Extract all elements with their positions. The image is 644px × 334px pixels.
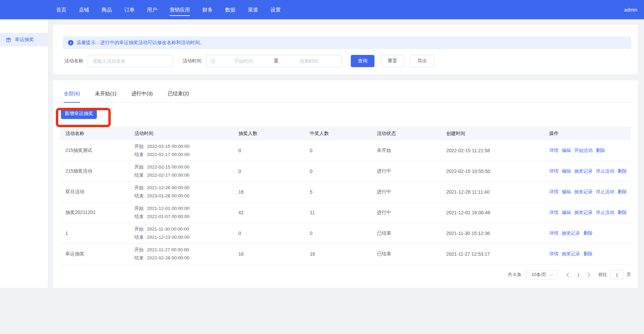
start-prefix: 开始	[134, 144, 144, 149]
col-activity-status: 活动状态	[377, 131, 446, 137]
cell-actions: 详情编辑开始活动删除	[549, 148, 631, 154]
action-link-stop-activity[interactable]: 停止活动	[596, 210, 614, 216]
nav-item-channel[interactable]: 渠道	[248, 0, 258, 19]
gift-icon	[6, 37, 11, 42]
export-button[interactable]: 导出	[410, 55, 434, 67]
action-link-delete[interactable]: 删除	[618, 168, 627, 174]
action-link-draw-records[interactable]: 抽奖记录	[562, 251, 580, 257]
cell-activity-time: 开始2021-12-28 00:00:00结束2023-01-28 00:00:…	[134, 184, 238, 200]
prev-page-button[interactable]	[563, 270, 573, 279]
action-link-edit[interactable]: 编辑	[562, 148, 571, 154]
table-row: 215抽奖活动开始2022-02-15 00:00:00结束2022-02-17…	[60, 161, 631, 182]
nav-item-order[interactable]: 订单	[124, 0, 134, 19]
page-number-1[interactable]: 1	[573, 272, 583, 277]
cell-draw-count: 16	[238, 251, 310, 257]
reset-button[interactable]: 重置	[381, 55, 404, 67]
end-prefix: 结束	[134, 193, 144, 198]
activity-end-time: 结束2022-02-28 00:00:00	[134, 254, 238, 262]
page-size-value: 10条/页	[531, 272, 546, 278]
end-time-input[interactable]	[281, 58, 337, 64]
cell-activity-time: 开始2022-02-15 00:00:00结束2022-02-17 00:00:…	[134, 163, 238, 179]
nav-item-marketing[interactable]: 营销应用	[170, 0, 190, 19]
cell-win-count: 0	[310, 148, 377, 153]
top-navbar: 首页店铺商品订单用户营销应用财务数据渠道设置 admin	[0, 0, 644, 19]
tab-ended[interactable]: 已结束(2)	[168, 91, 189, 102]
action-link-delete[interactable]: 删除	[618, 189, 627, 195]
info-icon: i	[68, 40, 73, 45]
action-link-detail[interactable]: 详情	[549, 168, 558, 174]
nav-item-home[interactable]: 首页	[56, 0, 66, 19]
end-time-value: 2022-02-17 00:00:00	[147, 152, 189, 157]
action-link-draw-records[interactable]: 抽奖记录	[574, 189, 593, 195]
action-link-draw-records[interactable]: 抽奖记录	[562, 230, 580, 236]
action-link-edit[interactable]: 编辑	[562, 189, 571, 195]
sidebar-item-lucky-draw[interactable]: 幸运抽奖	[0, 33, 48, 46]
activity-start-time: 开始2021-11-30 00:00:00	[134, 225, 238, 233]
tab-not-started[interactable]: 未开始(1)	[95, 91, 116, 102]
alert-text: 温馨提示：进行中的幸运抽奖活动可以修改名称和活动时间。	[77, 40, 205, 46]
action-link-start-activity[interactable]: 开始活动	[574, 148, 593, 154]
cell-activity-status: 进行中	[377, 189, 446, 195]
table-row: 抽奖20211201开始2021-12-01 00:00:00结束2022-01…	[60, 202, 631, 223]
table-header-row: 活动名称 活动时间 抽奖人数 中奖人数 活动状态 创建时间 操作	[60, 126, 631, 140]
action-link-delete[interactable]: 删除	[583, 251, 593, 257]
next-page-button[interactable]	[583, 270, 594, 279]
action-link-delete[interactable]: 删除	[618, 210, 627, 216]
search-button[interactable]: 查询	[351, 55, 374, 67]
cell-draw-count: 0	[238, 169, 310, 174]
end-time-value: 2022-02-28 00:00:00	[147, 255, 189, 260]
action-link-detail[interactable]: 详情	[549, 230, 558, 236]
action-link-edit[interactable]: 编辑	[562, 168, 571, 174]
activity-time-label: 活动时间	[183, 58, 201, 64]
end-prefix: 结束	[134, 173, 144, 178]
nav-item-settings[interactable]: 设置	[271, 0, 281, 19]
nav-item-user[interactable]: 用户	[147, 0, 157, 19]
cell-activity-status: 已结束	[377, 230, 446, 236]
cell-activity-status: 未开始	[377, 148, 446, 154]
activity-name-input[interactable]	[88, 55, 173, 67]
page-size-select[interactable]: 10条/页	[526, 270, 558, 279]
range-separator: 至	[272, 58, 281, 64]
cell-activity-status: 已结束	[377, 251, 446, 257]
table-row: 1开始2021-11-30 00:00:00结束2021-12-23 00:00…	[60, 223, 631, 244]
date-range-picker[interactable]: 至	[206, 55, 342, 67]
table-body: 215抽奖测试开始2022-02-15 00:00:00结束2022-02-17…	[60, 140, 631, 264]
start-prefix: 开始	[134, 227, 144, 232]
action-link-draw-records[interactable]: 抽奖记录	[574, 210, 593, 216]
tab-all[interactable]: 全部(6)	[64, 91, 80, 102]
add-lucky-draw-button[interactable]: 新增幸运抽奖	[61, 108, 97, 119]
action-link-delete[interactable]: 删除	[583, 230, 593, 236]
start-prefix: 开始	[134, 164, 144, 170]
cell-win-count: 16	[310, 251, 377, 257]
cell-win-count: 11	[310, 210, 377, 215]
cell-actions: 详情编辑抽奖记录停止活动删除	[549, 210, 631, 216]
start-time-value: 2021-11-30 00:00:00	[147, 227, 189, 232]
action-link-detail[interactable]: 详情	[549, 251, 558, 257]
col-activity-name: 活动名称	[60, 131, 134, 137]
action-link-draw-records[interactable]: 抽奖记录	[574, 168, 593, 174]
nav-item-shop[interactable]: 店铺	[79, 0, 89, 19]
action-link-stop-activity[interactable]: 停止活动	[596, 189, 614, 195]
action-link-detail[interactable]: 详情	[549, 148, 558, 154]
action-link-detail[interactable]: 详情	[549, 189, 558, 195]
nav-item-goods[interactable]: 商品	[102, 0, 112, 19]
start-time-value: 2021-12-28 00:00:00	[147, 185, 189, 190]
nav-item-data[interactable]: 数据	[225, 0, 235, 19]
action-link-edit[interactable]: 编辑	[562, 210, 571, 216]
action-link-detail[interactable]: 详情	[549, 210, 558, 216]
list-card: 全部(6)未开始(1)进行中(3)已结束(2) 新增幸运抽奖 活动名称 活动时间…	[53, 80, 638, 288]
user-menu[interactable]: admin	[624, 7, 637, 13]
goto-page-input[interactable]	[610, 270, 624, 279]
cell-created-time: 2021-12-28 11:11:40	[446, 189, 549, 195]
nav-item-finance[interactable]: 财务	[202, 0, 213, 19]
cell-draw-count: 16	[238, 189, 310, 195]
cell-actions: 详情抽奖记录删除	[549, 251, 631, 257]
action-link-stop-activity[interactable]: 停止活动	[596, 168, 614, 174]
cell-activity-time: 开始2021-11-27 00:00:00结束2022-02-28 00:00:…	[134, 246, 238, 262]
goto-page: 前往 页	[598, 270, 631, 279]
action-link-delete[interactable]: 删除	[596, 148, 605, 154]
start-time-input[interactable]	[215, 58, 272, 64]
tab-in-progress[interactable]: 进行中(3)	[131, 91, 153, 102]
cell-activity-status: 进行中	[377, 210, 446, 216]
cell-draw-count: 0	[238, 231, 310, 236]
